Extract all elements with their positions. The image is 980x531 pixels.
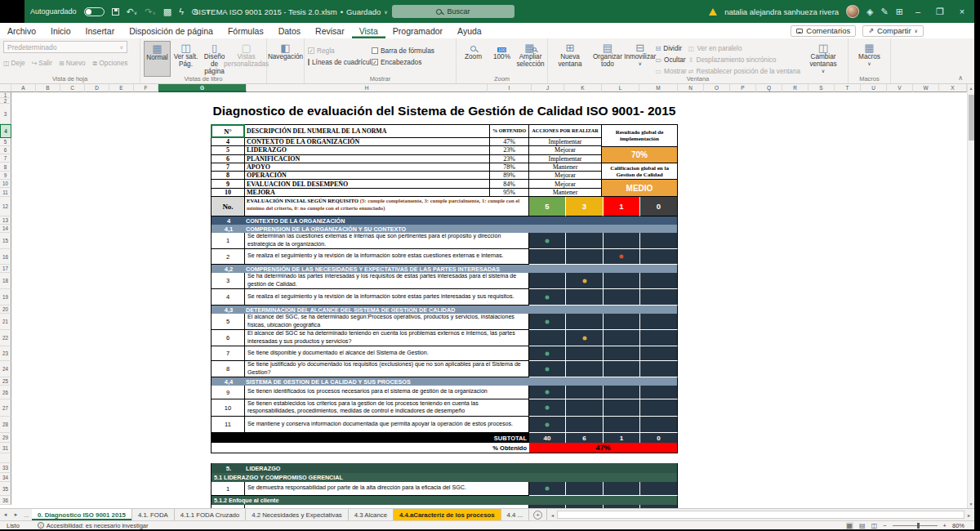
column-header-l[interactable]: L <box>602 84 639 92</box>
score-cell-1[interactable] <box>604 361 640 377</box>
dividir-button[interactable]: ⊟Dividir <box>656 43 687 54</box>
row-header-5[interactable]: 5 <box>0 138 11 146</box>
section-header-4-contexto-de-la-organizaci-n[interactable]: 4CONTEXTO DE LA ORGANIZACIÓN <box>211 216 678 225</box>
score-cell-5[interactable] <box>529 249 566 265</box>
menu-tab-datos[interactable]: Datos <box>271 23 308 38</box>
presence-icon[interactable]: ◈ <box>866 7 873 16</box>
question-text[interactable]: El alcance del SGC, se ha determinado se… <box>245 314 529 330</box>
summary-cell[interactable]: 8 <box>211 172 245 180</box>
score-cell-5[interactable] <box>529 482 566 496</box>
score-cell-0[interactable] <box>640 314 678 330</box>
add-sheet-button[interactable]: + <box>533 511 542 520</box>
legend-score-1[interactable]: 1 <box>604 197 640 216</box>
question-number[interactable]: 7 <box>211 346 245 361</box>
column-header-e[interactable]: E <box>109 84 134 92</box>
sheet-tab-4-4[interactable]: 4.4 ... <box>501 509 530 520</box>
column-header-p[interactable]: P <box>730 84 756 92</box>
row-header-36[interactable]: 36 <box>0 496 11 505</box>
menu-tab-ayuda[interactable]: Ayuda <box>450 23 489 38</box>
row-header-9[interactable]: 9 <box>0 172 11 180</box>
question-number[interactable]: 8 <box>211 361 245 377</box>
score-cell-3[interactable] <box>566 482 604 496</box>
normal-button[interactable]: ▦Normal <box>144 41 171 77</box>
vistas-personalizadas-button[interactable]: ▢Vistas personalizadas <box>229 41 263 77</box>
sheet-tab-4-4-acaracteriz-de-los-procesos[interactable]: 4.4.aCaracteriz de los procesos <box>394 509 501 520</box>
column-header-r[interactable]: R <box>782 84 808 92</box>
ver-en-paralelo-button[interactable]: ◫Ver en paralelo <box>688 43 800 54</box>
score-cell-3[interactable] <box>566 330 604 346</box>
score-cell-3[interactable] <box>566 314 604 330</box>
scroll-left-icon[interactable]: ◂ <box>548 512 557 518</box>
select-all-corner[interactable] <box>0 84 11 92</box>
column-header-g[interactable]: G <box>158 84 247 92</box>
summary-cell[interactable]: 9 <box>211 180 245 188</box>
column-header-c[interactable]: C <box>60 84 85 92</box>
row-header-34[interactable]: 34 <box>0 473 11 482</box>
menu-tab-archivo[interactable]: Archivo <box>0 23 43 38</box>
score-cell-0[interactable] <box>640 289 678 306</box>
comments-button[interactable]: Comentarios <box>791 25 856 37</box>
vertical-scroll-thumb[interactable] <box>969 95 974 141</box>
section-header-4-1-comprension-de-la-organizaci-n-y-su-contexto[interactable]: 4,1COMPRENSION DE LA ORGANIZACIÓN Y SU C… <box>211 225 678 233</box>
row-header-33[interactable]: 33 <box>0 463 11 473</box>
score-cell-5[interactable] <box>529 330 566 346</box>
tabs-more-label[interactable]: ... <box>21 509 32 520</box>
sheet-view-opciones-button[interactable]: ≣Opciones <box>92 59 128 67</box>
menu-tab-insertar[interactable]: Insertar <box>78 23 122 38</box>
row-header-15[interactable]: 15 <box>0 233 11 249</box>
sheet-view-salir-button[interactable]: ↪Salir <box>32 59 52 67</box>
legend-no-cell[interactable]: No. <box>211 197 245 216</box>
summary-col-header-obtenido[interactable]: % OBTENIDO <box>490 124 529 138</box>
summary-cell[interactable]: Implementar <box>529 138 602 146</box>
normal-view-icon[interactable]: ▦ <box>846 522 854 529</box>
column-header-j[interactable]: J <box>532 84 564 92</box>
summary-col-header-descripci-n-del-numeral-de-la-norma[interactable]: DESCRIPCIÓN DEL NUMERAL DE LA NORMA <box>245 124 490 138</box>
sheet-tab-4-3-alcance[interactable]: 4.3 Alcance <box>349 509 394 520</box>
summary-cell[interactable]: 47% <box>490 138 529 146</box>
score-cell-0[interactable] <box>640 273 678 289</box>
row-header-3[interactable]: 3 <box>0 104 11 124</box>
score-cell-5[interactable] <box>529 314 566 330</box>
score-cell-5[interactable] <box>529 233 566 249</box>
row-header-16[interactable]: 16 <box>0 249 11 265</box>
user-name[interactable]: natalia alejandra sanhueza rivera <box>724 7 839 16</box>
row-header-19[interactable]: 19 <box>0 289 11 306</box>
collapse-ribbon-icon[interactable]: ∧ <box>958 74 963 82</box>
question-number[interactable]: 4 <box>211 289 245 306</box>
score-cell-1[interactable] <box>604 273 640 289</box>
column-header-q[interactable]: Q <box>756 84 782 92</box>
score-cell-1[interactable] <box>604 417 640 433</box>
subtotal-value[interactable]: 0 <box>640 433 678 443</box>
summary-col-header-acciones-por-realizar[interactable]: ACCIONES POR REALIZAR <box>529 124 602 138</box>
score-cell-0[interactable] <box>640 386 678 399</box>
paste-format-icon[interactable]: ▩ <box>163 7 172 16</box>
score-cell-3[interactable] <box>566 233 604 249</box>
score-cell-5[interactable] <box>529 417 566 433</box>
warning-icon[interactable] <box>709 8 717 16</box>
menu-tab-f-rmulas[interactable]: Fórmulas <box>220 23 271 38</box>
score-cell-1[interactable] <box>604 330 640 346</box>
summary-cell[interactable]: 6 <box>211 155 245 163</box>
score-cell-5[interactable] <box>529 273 566 289</box>
100-button[interactable]: 100100% <box>488 41 515 77</box>
summary-cell[interactable]: PLANIFICACION <box>245 155 490 163</box>
legend-score-5[interactable]: 5 <box>529 197 566 216</box>
summary-cell[interactable]: 7 <box>211 163 245 172</box>
summary-cell[interactable]: Mejorar <box>529 172 602 180</box>
summary-cell[interactable]: CONTEXTO DE LA ORGANIZACIÓN <box>245 138 490 146</box>
sheet-tab-0-diagnostico-iso-9001-2015[interactable]: 0. Diagnostico ISO 9001 2015 <box>32 509 132 520</box>
score-cell-0[interactable] <box>640 361 678 377</box>
score-cell-3[interactable] <box>566 289 604 306</box>
section-header-4-4-sistema-de-gestion-de-la-calidad-y-sus-procesos[interactable]: 4,4SISTEMA DE GESTION DE LA CALIDAD Y SU… <box>211 377 678 386</box>
menu-tab-inicio[interactable]: Inicio <box>43 23 78 38</box>
lightning-icon[interactable]: ϟ <box>179 7 184 16</box>
qualification-header[interactable]: Calificacion global en la Gestion de Cal… <box>602 163 678 180</box>
column-header-v[interactable]: V <box>887 84 913 92</box>
minimize-button[interactable]: – <box>911 7 925 16</box>
score-cell-5[interactable] <box>529 346 566 361</box>
row-header-31[interactable]: 31 <box>0 443 11 453</box>
row-header-blank[interactable] <box>0 453 11 463</box>
summary-cell[interactable]: Mejorar <box>529 180 602 188</box>
row-header-6[interactable]: 6 <box>0 146 11 154</box>
page-break-view-icon[interactable]: ◫ <box>871 522 878 529</box>
